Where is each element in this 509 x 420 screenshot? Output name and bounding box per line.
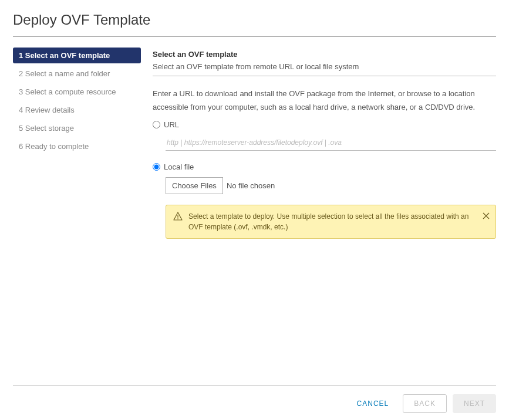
choose-files-button[interactable]: Choose Files	[166, 177, 223, 194]
svg-point-1	[177, 218, 178, 219]
dialog-footer: CANCEL BACK NEXT	[13, 385, 496, 413]
wizard-steps: 1 Select an OVF template 2 Select a name…	[13, 48, 141, 239]
cancel-button[interactable]: CANCEL	[349, 395, 397, 412]
wizard-step-6[interactable]: 6 Ready to complete	[13, 138, 141, 154]
wizard-step-4[interactable]: 4 Review details	[13, 102, 141, 118]
radio-local[interactable]	[153, 163, 160, 171]
wizard-step-5[interactable]: 5 Select storage	[13, 120, 141, 136]
close-icon[interactable]	[483, 211, 490, 222]
wizard-step-1[interactable]: 1 Select an OVF template	[13, 48, 141, 63]
file-status: No file chosen	[227, 181, 275, 190]
alert-text: Select a template to deploy. Use multipl…	[188, 211, 488, 232]
radio-url-label[interactable]: URL	[164, 120, 179, 129]
next-button[interactable]: NEXT	[453, 394, 496, 413]
radio-url-row: URL	[153, 120, 496, 129]
wizard-step-2[interactable]: 2 Select a name and folder	[13, 66, 141, 82]
section-subheading: Select an OVF template from remote URL o…	[153, 62, 496, 71]
back-button[interactable]: BACK	[403, 394, 447, 413]
warning-icon	[173, 212, 183, 223]
radio-url[interactable]	[153, 121, 160, 128]
main-panel: Select an OVF template Select an OVF tem…	[153, 48, 496, 239]
title-divider	[13, 36, 496, 37]
radio-local-label[interactable]: Local file	[164, 162, 194, 171]
url-input[interactable]	[166, 135, 496, 151]
wizard-step-3[interactable]: 3 Select a compute resource	[13, 84, 141, 100]
section-divider	[153, 76, 496, 76]
radio-local-row: Local file	[153, 162, 496, 171]
section-heading: Select an OVF template	[153, 50, 496, 59]
alert-box: Select a template to deploy. Use multipl…	[166, 205, 496, 239]
dialog-title: Deploy OVF Template	[13, 12, 496, 28]
help-text: Enter a URL to download and install the …	[153, 87, 496, 114]
